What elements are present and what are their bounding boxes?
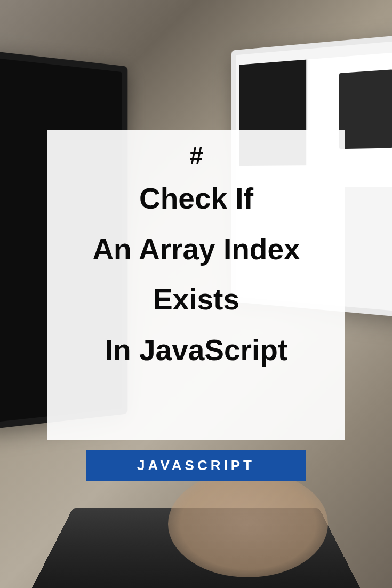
title-line-3: Exists [92, 274, 300, 325]
background-hands [168, 471, 328, 577]
hash-symbol: # [189, 141, 203, 170]
category-tag: JAVASCRIPT [86, 450, 306, 481]
title-line-2: An Array Index [92, 224, 300, 275]
title-line-4: In JavaScript [92, 325, 300, 376]
title-text: Check If An Array Index Exists In JavaSc… [92, 173, 300, 375]
category-label: JAVASCRIPT [137, 457, 255, 474]
title-card: # Check If An Array Index Exists In Java… [47, 130, 345, 440]
title-line-1: Check If [92, 173, 300, 224]
